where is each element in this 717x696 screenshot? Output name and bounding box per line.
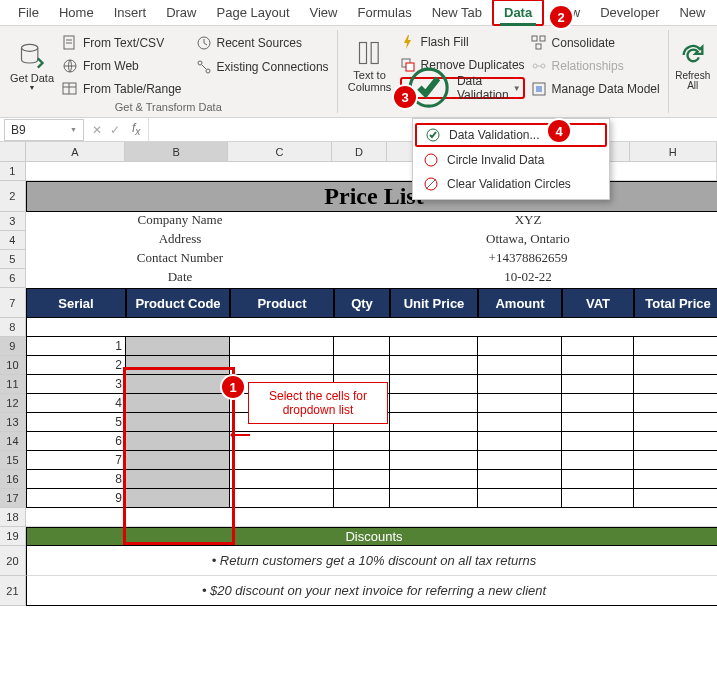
cell-amount[interactable] (478, 489, 562, 508)
cell-amount[interactable] (478, 413, 562, 432)
cell-unit-price[interactable] (390, 394, 478, 413)
cell-qty[interactable] (334, 432, 390, 451)
table-row[interactable]: 6 (26, 432, 717, 451)
tab-developer[interactable]: Developer (590, 1, 669, 24)
tab-new-tab[interactable]: New Tab (422, 1, 492, 24)
cell-vat[interactable] (562, 356, 634, 375)
select-all-triangle[interactable] (0, 142, 26, 161)
table-row[interactable]: 9 (26, 489, 717, 508)
tab-draw[interactable]: Draw (156, 1, 206, 24)
cell-amount[interactable] (478, 432, 562, 451)
cell-vat[interactable] (562, 337, 634, 356)
tab-view[interactable]: View (300, 1, 348, 24)
cell-total-price[interactable] (634, 413, 717, 432)
cell-serial[interactable]: 5 (26, 413, 126, 432)
fx-icon[interactable]: fx (124, 121, 148, 137)
cell-unit-price[interactable] (390, 489, 478, 508)
cell-serial[interactable]: 1 (26, 337, 126, 356)
cell-product-code[interactable] (126, 489, 230, 508)
cell-product[interactable] (230, 356, 334, 375)
refresh-all-button[interactable]: Refresh All (677, 32, 709, 99)
cell-qty[interactable] (334, 451, 390, 470)
data-validation-button[interactable]: Data Validation ▼ (400, 77, 525, 99)
cell-total-price[interactable] (634, 356, 717, 375)
cell-unit-price[interactable] (390, 413, 478, 432)
cell-unit-price[interactable] (390, 451, 478, 470)
cell-total-price[interactable] (634, 489, 717, 508)
cell-qty[interactable] (334, 470, 390, 489)
consolidate-button[interactable]: Consolidate (531, 32, 660, 53)
tab-insert[interactable]: Insert (104, 1, 157, 24)
cell-product[interactable] (230, 451, 334, 470)
from-text-csv-button[interactable]: From Text/CSV (62, 32, 182, 53)
cell-product-code[interactable] (126, 375, 230, 394)
cell-vat[interactable] (562, 375, 634, 394)
from-table-range-button[interactable]: From Table/Range (62, 78, 182, 99)
cell-serial[interactable]: 2 (26, 356, 126, 375)
get-data-button[interactable]: Get Data ▼ (8, 32, 56, 100)
cell-amount[interactable] (478, 356, 562, 375)
cell-vat[interactable] (562, 470, 634, 489)
existing-connections-button[interactable]: Existing Connections (196, 56, 329, 78)
cell-total-price[interactable] (634, 451, 717, 470)
col-header-d[interactable]: D (332, 142, 388, 161)
cell-unit-price[interactable] (390, 470, 478, 489)
cell-serial[interactable]: 7 (26, 451, 126, 470)
cell-product-code[interactable] (126, 470, 230, 489)
enter-icon[interactable]: ✓ (106, 123, 124, 137)
cell-qty[interactable] (334, 356, 390, 375)
tab-data[interactable]: Data (492, 0, 544, 26)
flash-fill-button[interactable]: Flash Fill (400, 32, 525, 53)
table-row[interactable]: 7 (26, 451, 717, 470)
cell-total-price[interactable] (634, 394, 717, 413)
col-header-h[interactable]: H (630, 142, 717, 161)
cell-total-price[interactable] (634, 375, 717, 394)
table-row[interactable]: 2 (26, 356, 717, 375)
cell-vat[interactable] (562, 413, 634, 432)
table-row[interactable]: 1 (26, 337, 717, 356)
col-header-c[interactable]: C (228, 142, 331, 161)
col-header-a[interactable]: A (26, 142, 125, 161)
cell-product-code[interactable] (126, 356, 230, 375)
cell-amount[interactable] (478, 375, 562, 394)
cell-qty[interactable] (334, 489, 390, 508)
recent-sources-button[interactable]: Recent Sources (196, 32, 329, 54)
cell-unit-price[interactable] (390, 375, 478, 394)
cell-serial[interactable]: 4 (26, 394, 126, 413)
menu-data-validation[interactable]: Data Validation... (415, 123, 607, 147)
cell-vat[interactable] (562, 451, 634, 470)
cell-vat[interactable] (562, 489, 634, 508)
cell-product-code[interactable] (126, 413, 230, 432)
menu-circle-invalid[interactable]: Circle Invalid Data (413, 148, 609, 172)
tab-file[interactable]: File (8, 1, 49, 24)
cell-unit-price[interactable] (390, 337, 478, 356)
tab-home[interactable]: Home (49, 1, 104, 24)
cell-vat[interactable] (562, 394, 634, 413)
cell-serial[interactable]: 3 (26, 375, 126, 394)
cell-total-price[interactable] (634, 470, 717, 489)
col-header-b[interactable]: B (125, 142, 228, 161)
tab-page-layout[interactable]: Page Layout (207, 1, 300, 24)
table-row[interactable]: 8 (26, 470, 717, 489)
cell-unit-price[interactable] (390, 356, 478, 375)
cell-product-code[interactable] (126, 432, 230, 451)
cell-total-price[interactable] (634, 337, 717, 356)
menu-clear-circles[interactable]: Clear Validation Circles (413, 172, 609, 196)
cell-amount[interactable] (478, 394, 562, 413)
tab-new[interactable]: New (669, 1, 715, 24)
cell-product[interactable] (230, 470, 334, 489)
cancel-icon[interactable]: ✕ (88, 123, 106, 137)
manage-data-model-button[interactable]: Manage Data Model (531, 78, 660, 99)
cell-serial[interactable]: 9 (26, 489, 126, 508)
cell-product-code[interactable] (126, 451, 230, 470)
cell-unit-price[interactable] (390, 432, 478, 451)
cell-product[interactable] (230, 337, 334, 356)
cell-amount[interactable] (478, 451, 562, 470)
cell-vat[interactable] (562, 432, 634, 451)
tab-formulas[interactable]: Formulas (347, 1, 421, 24)
cell-product[interactable] (230, 489, 334, 508)
cell-amount[interactable] (478, 470, 562, 489)
cell-product-code[interactable] (126, 337, 230, 356)
cell-product-code[interactable] (126, 394, 230, 413)
text-to-columns-button[interactable]: Text to Columns (346, 32, 394, 100)
